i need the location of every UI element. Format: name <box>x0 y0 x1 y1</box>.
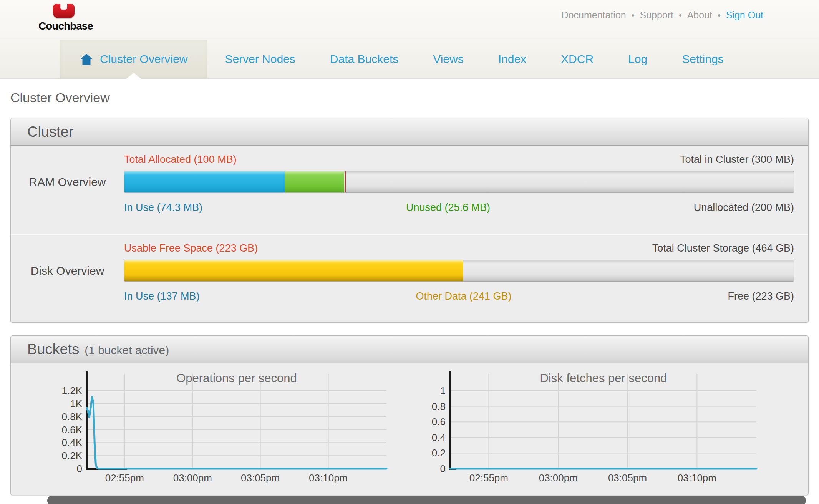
nav-tab-server-nodes[interactable]: Server Nodes <box>207 40 312 78</box>
ram-usage-bar <box>124 171 794 193</box>
disk-in-use-label: In Use (137 MB) <box>124 290 200 302</box>
ram-quota-marker <box>345 171 346 192</box>
svg-text:02:55pm: 02:55pm <box>469 472 508 484</box>
nav-tab-label: Settings <box>682 53 723 66</box>
nav-tab-views[interactable]: Views <box>416 40 481 78</box>
svg-text:0.2: 0.2 <box>432 447 446 459</box>
svg-text:0: 0 <box>77 463 82 474</box>
svg-text:1: 1 <box>440 385 446 396</box>
ram-unused-segment <box>285 171 344 192</box>
svg-text:0.4: 0.4 <box>432 432 446 443</box>
bucket-charts: 02:55pm03:00pm03:05pm03:10pm1.2K1K0.8K0.… <box>11 363 808 495</box>
link-separator: • <box>679 10 682 20</box>
brand-name: Couchbase <box>38 20 89 32</box>
top-link-support[interactable]: Support <box>640 10 673 21</box>
cluster-panel-header: Cluster <box>11 118 808 146</box>
page-title: Cluster Overview <box>10 90 809 105</box>
nav-tab-data-buckets[interactable]: Data Buckets <box>313 40 416 78</box>
svg-text:0.8K: 0.8K <box>62 411 83 423</box>
svg-text:0.8: 0.8 <box>432 401 446 412</box>
svg-text:03:10pm: 03:10pm <box>309 472 348 484</box>
ram-overview-label: RAM Overview <box>11 176 124 189</box>
nav-tab-xdcr[interactable]: XDCR <box>544 40 611 78</box>
svg-text:0.4K: 0.4K <box>62 437 83 448</box>
disk-free-label: Free (223 GB) <box>728 290 794 302</box>
svg-text:1.2K: 1.2K <box>62 385 83 396</box>
ram-unused-label: Unused (25.6 MB) <box>406 202 490 214</box>
cluster-panel: Cluster Total Allocated (100 MB) Total i… <box>10 118 809 323</box>
svg-text:0: 0 <box>440 463 446 474</box>
disk-usable-free-space-label: Usable Free Space (223 GB) <box>124 242 258 254</box>
operations-per-second-chart: 02:55pm03:00pm03:05pm03:10pm1.2K1K0.8K0.… <box>23 369 402 490</box>
cluster-panel-title: Cluster <box>27 124 73 140</box>
nav-tab-log[interactable]: Log <box>611 40 665 78</box>
nav-tab-label: Data Buckets <box>330 53 398 66</box>
nav-tab-index[interactable]: Index <box>481 40 544 78</box>
couchbase-logo-notch <box>60 4 67 10</box>
disk-fetches-per-second-chart: 02:55pm03:00pm03:05pm03:10pm10.80.60.40.… <box>421 369 799 490</box>
top-link-documentation[interactable]: Documentation <box>562 10 626 21</box>
ram-in-use-segment <box>124 171 285 192</box>
active-tab-notch <box>126 73 141 79</box>
disk-overview-label: Disk Overview <box>11 264 124 277</box>
buckets-panel-header: Buckets (1 bucket active) <box>11 336 808 363</box>
nav-tab-label: Server Nodes <box>225 53 295 66</box>
disk-used-segment <box>124 260 463 281</box>
svg-text:Operations per second: Operations per second <box>176 371 297 385</box>
top-link-about[interactable]: About <box>687 10 712 21</box>
top-link-sign-out[interactable]: Sign Out <box>726 10 763 21</box>
disk-overview-row: Usable Free Space (223 GB) Total Cluster… <box>11 234 808 322</box>
couchbase-logo: Couchbase <box>38 4 89 32</box>
svg-text:0.2K: 0.2K <box>62 450 83 461</box>
link-separator: • <box>718 10 721 20</box>
nav-tab-settings[interactable]: Settings <box>665 40 741 78</box>
nav-tabs: Cluster OverviewServer NodesData Buckets… <box>0 40 819 78</box>
nav-tab-label: Cluster Overview <box>100 53 187 66</box>
svg-text:03:00pm: 03:00pm <box>173 472 212 484</box>
link-separator: • <box>632 10 635 20</box>
svg-text:0.6K: 0.6K <box>62 424 83 436</box>
buckets-panel-title: Buckets <box>27 341 79 358</box>
svg-text:Disk fetches per second: Disk fetches per second <box>540 371 667 385</box>
disk-other-data-label: Other Data (241 GB) <box>416 290 511 302</box>
nav-tab-label: XDCR <box>561 53 594 66</box>
nav-tab-label: Index <box>498 53 526 66</box>
svg-text:1K: 1K <box>70 398 82 410</box>
nav-tab-label: Log <box>628 53 647 66</box>
ram-overview-row: Total Allocated (100 MB) Total in Cluste… <box>11 146 808 234</box>
svg-text:03:00pm: 03:00pm <box>539 472 578 484</box>
nav-tab-label: Views <box>433 53 463 66</box>
home-icon <box>80 53 93 65</box>
top-links: Documentation•Support•About•Sign Out <box>562 10 763 21</box>
buckets-panel-subtitle: (1 bucket active) <box>85 344 169 357</box>
svg-text:0.6: 0.6 <box>432 416 446 428</box>
couchbase-logo-icon <box>53 4 75 18</box>
main-nav: Cluster OverviewServer NodesData Buckets… <box>0 40 819 79</box>
svg-text:03:05pm: 03:05pm <box>241 472 280 484</box>
disk-total-cluster-storage-label: Total Cluster Storage (464 GB) <box>652 242 794 254</box>
ram-unallocated-label: Unallocated (200 MB) <box>694 202 794 214</box>
ram-total-in-cluster-label: Total in Cluster (300 MB) <box>680 154 794 166</box>
svg-text:03:10pm: 03:10pm <box>678 472 716 484</box>
top-header: Couchbase Documentation•Support•About•Si… <box>0 0 819 40</box>
main-content: Cluster Overview Cluster Total Allocated… <box>0 79 819 495</box>
horizontal-scrollbar-thumb[interactable] <box>47 496 806 504</box>
svg-text:03:05pm: 03:05pm <box>608 472 647 484</box>
disk-usage-bar <box>124 260 794 282</box>
nav-tab-cluster-overview[interactable]: Cluster Overview <box>60 40 207 78</box>
ram-total-allocated-label: Total Allocated (100 MB) <box>124 154 237 166</box>
buckets-panel: Buckets (1 bucket active) 02:55pm03:00pm… <box>10 335 809 495</box>
ram-in-use-label: In Use (74.3 MB) <box>124 202 202 214</box>
svg-text:02:55pm: 02:55pm <box>105 472 144 484</box>
